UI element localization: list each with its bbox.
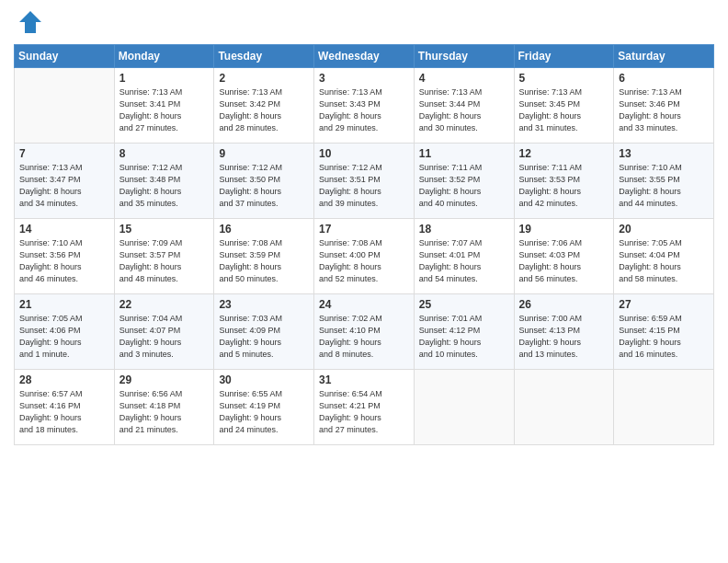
cell-content: Sunrise: 7:13 AM Sunset: 3:44 PM Dayligh… bbox=[419, 86, 509, 134]
table-row: 24Sunrise: 7:02 AM Sunset: 4:10 PM Dayli… bbox=[314, 294, 415, 370]
header-row: Sunday Monday Tuesday Wednesday Thursday… bbox=[15, 45, 714, 68]
table-row: 29Sunrise: 6:56 AM Sunset: 4:18 PM Dayli… bbox=[114, 370, 214, 445]
cell-content: Sunrise: 6:54 AM Sunset: 4:21 PM Dayligh… bbox=[319, 388, 409, 436]
table-row: 12Sunrise: 7:11 AM Sunset: 3:53 PM Dayli… bbox=[514, 144, 614, 219]
header bbox=[14, 9, 714, 39]
calendar-table: Sunday Monday Tuesday Wednesday Thursday… bbox=[14, 44, 714, 445]
day-number: 23 bbox=[219, 298, 309, 311]
cell-content: Sunrise: 7:13 AM Sunset: 3:43 PM Dayligh… bbox=[319, 86, 409, 134]
cell-content: Sunrise: 7:02 AM Sunset: 4:10 PM Dayligh… bbox=[319, 313, 409, 361]
cell-content: Sunrise: 7:10 AM Sunset: 3:56 PM Dayligh… bbox=[19, 237, 109, 285]
table-row: 27Sunrise: 6:59 AM Sunset: 4:15 PM Dayli… bbox=[614, 294, 714, 370]
table-row: 23Sunrise: 7:03 AM Sunset: 4:09 PM Dayli… bbox=[214, 294, 314, 370]
day-number: 14 bbox=[19, 223, 109, 236]
day-number: 22 bbox=[119, 298, 210, 311]
day-number: 27 bbox=[619, 298, 709, 311]
table-row: 19Sunrise: 7:06 AM Sunset: 4:03 PM Dayli… bbox=[514, 219, 614, 294]
day-number: 6 bbox=[619, 72, 709, 85]
day-number: 9 bbox=[219, 147, 309, 160]
day-number: 3 bbox=[319, 72, 409, 85]
table-row: 8Sunrise: 7:12 AM Sunset: 3:48 PM Daylig… bbox=[114, 144, 214, 219]
cell-content: Sunrise: 7:10 AM Sunset: 3:55 PM Dayligh… bbox=[619, 162, 709, 210]
table-row: 26Sunrise: 7:00 AM Sunset: 4:13 PM Dayli… bbox=[514, 294, 614, 370]
day-number: 24 bbox=[319, 298, 409, 311]
day-number: 15 bbox=[119, 223, 210, 236]
table-row: 7Sunrise: 7:13 AM Sunset: 3:47 PM Daylig… bbox=[15, 144, 115, 219]
day-number: 10 bbox=[319, 147, 409, 160]
table-row: 6Sunrise: 7:13 AM Sunset: 3:46 PM Daylig… bbox=[614, 68, 714, 144]
logo bbox=[14, 9, 43, 39]
table-row: 2Sunrise: 7:13 AM Sunset: 3:42 PM Daylig… bbox=[214, 68, 314, 144]
table-row bbox=[614, 370, 714, 445]
svg-marker-0 bbox=[19, 11, 41, 33]
cell-content: Sunrise: 7:00 AM Sunset: 4:13 PM Dayligh… bbox=[519, 313, 609, 361]
day-number: 25 bbox=[419, 298, 509, 311]
day-number: 19 bbox=[519, 223, 609, 236]
cell-content: Sunrise: 7:07 AM Sunset: 4:01 PM Dayligh… bbox=[419, 237, 509, 285]
table-row: 10Sunrise: 7:12 AM Sunset: 3:51 PM Dayli… bbox=[314, 144, 415, 219]
col-monday: Monday bbox=[114, 45, 214, 68]
day-number: 8 bbox=[119, 147, 210, 160]
cell-content: Sunrise: 7:08 AM Sunset: 4:00 PM Dayligh… bbox=[319, 237, 409, 285]
table-row: 3Sunrise: 7:13 AM Sunset: 3:43 PM Daylig… bbox=[314, 68, 415, 144]
table-row: 21Sunrise: 7:05 AM Sunset: 4:06 PM Dayli… bbox=[15, 294, 115, 370]
table-row: 4Sunrise: 7:13 AM Sunset: 3:44 PM Daylig… bbox=[414, 68, 514, 144]
table-row: 16Sunrise: 7:08 AM Sunset: 3:59 PM Dayli… bbox=[214, 219, 314, 294]
day-number: 20 bbox=[619, 223, 709, 236]
cell-content: Sunrise: 7:05 AM Sunset: 4:04 PM Dayligh… bbox=[619, 237, 709, 285]
cell-content: Sunrise: 6:56 AM Sunset: 4:18 PM Dayligh… bbox=[119, 388, 210, 436]
table-row: 15Sunrise: 7:09 AM Sunset: 3:57 PM Dayli… bbox=[114, 219, 214, 294]
day-number: 21 bbox=[19, 298, 109, 311]
cell-content: Sunrise: 7:11 AM Sunset: 3:53 PM Dayligh… bbox=[519, 162, 609, 210]
table-row: 14Sunrise: 7:10 AM Sunset: 3:56 PM Dayli… bbox=[15, 219, 115, 294]
day-number: 18 bbox=[419, 223, 509, 236]
table-row: 1Sunrise: 7:13 AM Sunset: 3:41 PM Daylig… bbox=[114, 68, 214, 144]
col-wednesday: Wednesday bbox=[314, 45, 415, 68]
table-row bbox=[514, 370, 614, 445]
cell-content: Sunrise: 7:03 AM Sunset: 4:09 PM Dayligh… bbox=[219, 313, 309, 361]
day-number: 1 bbox=[119, 72, 210, 85]
table-row: 30Sunrise: 6:55 AM Sunset: 4:19 PM Dayli… bbox=[214, 370, 314, 445]
table-row: 13Sunrise: 7:10 AM Sunset: 3:55 PM Dayli… bbox=[614, 144, 714, 219]
cell-content: Sunrise: 7:08 AM Sunset: 3:59 PM Dayligh… bbox=[219, 237, 309, 285]
day-number: 29 bbox=[119, 373, 210, 386]
table-row: 28Sunrise: 6:57 AM Sunset: 4:16 PM Dayli… bbox=[15, 370, 115, 445]
day-number: 4 bbox=[419, 72, 509, 85]
day-number: 16 bbox=[219, 223, 309, 236]
cell-content: Sunrise: 7:13 AM Sunset: 3:46 PM Dayligh… bbox=[619, 86, 709, 134]
day-number: 13 bbox=[619, 147, 709, 160]
cell-content: Sunrise: 7:11 AM Sunset: 3:52 PM Dayligh… bbox=[419, 162, 509, 210]
table-row: 11Sunrise: 7:11 AM Sunset: 3:52 PM Dayli… bbox=[414, 144, 514, 219]
cell-content: Sunrise: 7:12 AM Sunset: 3:50 PM Dayligh… bbox=[219, 162, 309, 210]
col-tuesday: Tuesday bbox=[214, 45, 314, 68]
table-row bbox=[414, 370, 514, 445]
table-row: 18Sunrise: 7:07 AM Sunset: 4:01 PM Dayli… bbox=[414, 219, 514, 294]
day-number: 11 bbox=[419, 147, 509, 160]
cell-content: Sunrise: 7:01 AM Sunset: 4:12 PM Dayligh… bbox=[419, 313, 509, 361]
day-number: 5 bbox=[519, 72, 609, 85]
cell-content: Sunrise: 7:13 AM Sunset: 3:47 PM Dayligh… bbox=[19, 162, 109, 210]
cell-content: Sunrise: 6:55 AM Sunset: 4:19 PM Dayligh… bbox=[219, 388, 309, 436]
cell-content: Sunrise: 7:05 AM Sunset: 4:06 PM Dayligh… bbox=[19, 313, 109, 361]
day-number: 17 bbox=[319, 223, 409, 236]
cell-content: Sunrise: 7:12 AM Sunset: 3:51 PM Dayligh… bbox=[319, 162, 409, 210]
cell-content: Sunrise: 7:13 AM Sunset: 3:42 PM Dayligh… bbox=[219, 86, 309, 134]
day-number: 7 bbox=[19, 147, 109, 160]
col-thursday: Thursday bbox=[414, 45, 514, 68]
col-saturday: Saturday bbox=[614, 45, 714, 68]
day-number: 28 bbox=[19, 373, 109, 386]
table-row: 25Sunrise: 7:01 AM Sunset: 4:12 PM Dayli… bbox=[414, 294, 514, 370]
logo-icon bbox=[17, 9, 43, 39]
cell-content: Sunrise: 7:04 AM Sunset: 4:07 PM Dayligh… bbox=[119, 313, 210, 361]
cell-content: Sunrise: 7:06 AM Sunset: 4:03 PM Dayligh… bbox=[519, 237, 609, 285]
col-friday: Friday bbox=[514, 45, 614, 68]
col-sunday: Sunday bbox=[15, 45, 115, 68]
cell-content: Sunrise: 7:09 AM Sunset: 3:57 PM Dayligh… bbox=[119, 237, 210, 285]
table-row: 17Sunrise: 7:08 AM Sunset: 4:00 PM Dayli… bbox=[314, 219, 415, 294]
cell-content: Sunrise: 7:12 AM Sunset: 3:48 PM Dayligh… bbox=[119, 162, 210, 210]
cell-content: Sunrise: 7:13 AM Sunset: 3:41 PM Dayligh… bbox=[119, 86, 210, 134]
table-row: 22Sunrise: 7:04 AM Sunset: 4:07 PM Dayli… bbox=[114, 294, 214, 370]
day-number: 31 bbox=[319, 373, 409, 386]
table-row: 31Sunrise: 6:54 AM Sunset: 4:21 PM Dayli… bbox=[314, 370, 415, 445]
day-number: 2 bbox=[219, 72, 309, 85]
